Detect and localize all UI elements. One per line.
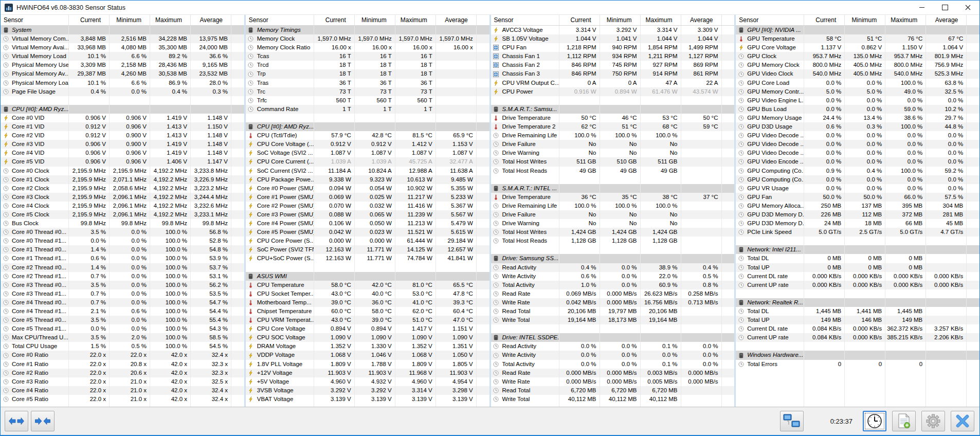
section-row[interactable]: Network: Realtek R... — [736, 298, 979, 307]
sensor-row[interactable]: Total Activity0.0 %0.0 %0.1 %0.0 % — [491, 360, 735, 369]
sensor-row[interactable]: SoC Voltage (SVI2 ...1.087 V1.087 V1.087… — [246, 149, 489, 157]
column-header-maximum[interactable]: Maximum — [150, 15, 190, 25]
column-header-sensor[interactable]: Sensor — [736, 16, 804, 24]
column-header-average[interactable]: Average — [435, 15, 476, 25]
sensor-row[interactable]: Total Host Reads49 GB49 GB49 GB — [491, 167, 735, 175]
sensor-row[interactable]: GPU Memory Clock800.0 MHz405.0 MHz800.0 … — [736, 61, 979, 69]
sensor-row[interactable]: GPU Core Load0.0 %0.0 %100.0 %63.8 % — [736, 79, 979, 87]
column-header-current[interactable]: Current — [559, 15, 600, 25]
column-header-minimum[interactable]: Minimum — [354, 15, 395, 25]
sensor-row[interactable]: +12V Voltage11.903 V11.903 V11.968 V11.9… — [246, 369, 489, 377]
sensor-row[interactable]: 1.8V PLL Voltage1.809 V1.788 V1.809 V1.8… — [246, 360, 489, 369]
sensor-row[interactable]: Drive WarningNoNoNo — [491, 219, 735, 228]
sensor-row[interactable]: Memory Clock Ratio16.00 x16.00 x16.00 x1… — [246, 43, 489, 52]
sensor-row[interactable]: Core #2 Ratio22.0 x20.6 x42.0 x32.3 x — [1, 369, 244, 377]
column-header-sensor[interactable]: Sensor — [1, 16, 68, 24]
sensor-row[interactable]: Virtual Memory Com...3,848 MB2,516 MB34,… — [1, 34, 244, 43]
sensor-row[interactable]: VDDP Voltage1.068 V1.046 V1.068 V1.050 V — [246, 351, 489, 359]
section-row[interactable]: Drive: INTEL SSDPE... — [491, 333, 735, 342]
sensor-row[interactable]: Read Activity0.4 %0.0 %38.9 %0.4 % — [491, 263, 735, 272]
column-header-average[interactable]: Average — [190, 15, 231, 25]
section-row[interactable]: S.M.A.R.T.: Samsu... — [491, 105, 735, 114]
column-header-current[interactable]: Current — [804, 15, 844, 25]
section-row[interactable]: Windows Hardware... — [736, 351, 979, 359]
sensor-row[interactable]: AVCC3 Voltage3.314 V3.292 V3.314 V3.309 … — [491, 26, 735, 34]
section-row[interactable]: Network: Intel I211... — [736, 245, 979, 254]
sensor-row[interactable]: Virtual Memory Avai...33,968 MB4,080 MB3… — [1, 43, 244, 52]
sensor-row[interactable]: Total DL0 MB0 MB0 MB — [736, 254, 979, 263]
sensor-row[interactable]: Current DL rate0.000 KB/s0.000 KB/s0.000… — [736, 272, 979, 281]
column-header-sensor[interactable]: Sensor — [491, 16, 559, 24]
sensor-row[interactable]: CPU Core Voltage0.894 V0.894 V1.417 V1.1… — [246, 324, 489, 333]
sensor-row[interactable]: Core #3 Clock2,195.9 MHz2,096.1 MHz4,192… — [1, 193, 244, 202]
sensor-row[interactable]: Core #1 Power (SMU)0.069 W0.025 W11.217 … — [246, 193, 489, 202]
sensor-row[interactable]: GPU Video Encode ...0.0 %0.0 %0.0 %0.0 % — [736, 157, 979, 166]
sensor-row[interactable]: SoC Current (SVI2 ...11.184 A10.824 A12.… — [246, 167, 489, 175]
sensor-row[interactable]: +5V Voltage4.960 V4.932 V4.960 V4.954 V — [246, 377, 489, 386]
sensor-row[interactable]: Core #2 Thread #0...1.4 %0.0 %100.0 %53.… — [1, 263, 244, 272]
column-header-minimum[interactable]: Minimum — [844, 15, 885, 25]
sensor-row[interactable]: Core #3 Thread #1...0.7 %0.0 %100.0 %53.… — [1, 289, 244, 298]
remote-sensor-button[interactable] — [780, 411, 804, 431]
sensor-row[interactable]: Memory Clock1,597.0 MHz1,597.0 MHz1,597.… — [246, 34, 489, 43]
sensor-row[interactable]: Chassis Fan 2846 RPM745 RPM927 RPM869 RP… — [491, 61, 735, 69]
sensor-row[interactable]: GPU Clock953.7 MHz135.0 MHz953.7 MHz801.… — [736, 52, 979, 61]
sensor-row[interactable]: GPU D3D Memory D...226 MB112 MB372 MB281… — [736, 210, 979, 219]
sensor-row[interactable]: CPU Fan1,218 RPM940 RPM1,854 RPM1,499 RP… — [491, 43, 735, 52]
create-report-button[interactable] — [892, 411, 916, 431]
column-header-average[interactable]: Average — [925, 15, 966, 25]
sensor-row[interactable]: Core #1 Clock2,195.9 MHz2,071.1 MHz4,192… — [1, 175, 244, 184]
column-header-sensor[interactable]: Sensor — [246, 16, 314, 24]
section-row[interactable]: GPU [#0]: NVIDIA ... — [736, 26, 979, 34]
section-row[interactable]: System — [1, 26, 244, 34]
sensor-row[interactable]: PCIe Link Speed5.0 GT/s2.5 GT/s5.0 GT/s4… — [736, 228, 979, 237]
sensor-row[interactable]: Core #4 Thread #1...2.1 %0.6 %100.0 %54.… — [1, 307, 244, 316]
section-row[interactable]: S.M.A.R.T.: INTEL ... — [491, 184, 735, 193]
sensor-row[interactable]: Max CPU/Thread U...3.5 %2.0 %100.0 %58.5… — [1, 333, 244, 342]
sensor-row[interactable]: GPU Computing (Co...0.0 %0.0 %0.0 %0.0 % — [736, 175, 979, 184]
sensor-row[interactable]: Write Rate0.000 MB/s0.000 MB/s0.005 MB/s… — [491, 377, 735, 386]
sensor-row[interactable]: GPU Memory Usage24.4 %13.4 %38.6 %29.7 % — [736, 114, 979, 122]
sensor-row[interactable]: CPU Package Powe...9.338 W9.323 W10.613 … — [246, 175, 489, 184]
sensor-row[interactable]: Core #1 Ratio22.0 x20.8 x42.0 x32.3 x — [1, 360, 244, 369]
sensor-row[interactable]: Core #2 Thread #1...0.7 %0.0 %100.0 %53.… — [1, 272, 244, 281]
sensor-row[interactable]: Write Rate0.042 MB/s0.000 MB/s16.756 MB/… — [491, 298, 735, 307]
sensor-row[interactable]: Total Errors000 — [736, 360, 979, 369]
sensor-row[interactable]: Core #1 Thread #0...1.4 %0.0 %100.0 %54.… — [1, 245, 244, 254]
column-header-minimum[interactable]: Minimum — [600, 15, 640, 25]
sensor-row[interactable]: GPU Fan50.0 %50.0 %66.0 %57.5 % — [736, 193, 979, 202]
column-header-minimum[interactable]: Minimum — [109, 15, 150, 25]
sensor-row[interactable]: Drive Temperature 262 °C51 °C68 °C59 °C — [491, 122, 735, 131]
sensor-row[interactable]: Read Total20,106 MB19,797 MB20,106 MB — [491, 307, 735, 316]
sensor-row[interactable]: Drive Remaining Life100.0 %100.0 %100.0 … — [491, 131, 735, 140]
sensor-row[interactable]: CPU Socket Temper...43.0 °C40.0 °C53.0 °… — [246, 289, 489, 298]
sensor-row[interactable]: Core #5 Power (SMU)0.042 W0.023 W11.521 … — [246, 228, 489, 237]
sensor-row[interactable]: GPU VR Usage0.0 %0.0 %0.0 %0.0 % — [736, 184, 979, 193]
sensor-row[interactable]: GPU Memory Alloca...250 MB137 MB395 MB30… — [736, 202, 979, 210]
sensor-row[interactable]: Core #2 Clock2,195.9 MHz2,058.6 MHz4,192… — [1, 184, 244, 193]
sensor-row[interactable]: Trc73 T73 T73 T — [246, 87, 489, 96]
sensor-row[interactable]: Drive Remaining Life100.0 %100.0 %100.0 … — [491, 202, 735, 210]
sensor-row[interactable]: Core #0 Clock2,195.9 MHz2,195.9 MHz4,192… — [1, 167, 244, 175]
sensor-row[interactable]: Write Activity0.0 %0.0 %0.0 %0.0 % — [491, 351, 735, 359]
sensor-row[interactable]: Total CPU Usage1.5 %0.5 %100.0 %54.5 % — [1, 342, 244, 351]
minimize-button[interactable] — [910, 1, 933, 14]
sensor-row[interactable]: Core #0 Power (SMU)0.094 W0.054 W10.902 … — [246, 184, 489, 193]
sensor-row[interactable]: Core #3 VID0.906 V0.900 V1.419 V1.148 V — [1, 140, 244, 149]
close-sensors-button[interactable] — [951, 411, 974, 431]
sensor-row[interactable]: CPU VRM Output C...0 A0 A47 A22 A — [491, 79, 735, 87]
sensor-row[interactable]: GPU D3D Usage0.6 %0.3 %100.0 %44.8 % — [736, 122, 979, 131]
sensor-row[interactable]: GPU D3D Memory D...24 MB18 MB66 MB45 MB — [736, 219, 979, 228]
sensor-row[interactable]: Drive FailureNoNoNo — [491, 140, 735, 149]
sensor-row[interactable]: Physical Memory Used3,309 MB2,158 MB28,4… — [1, 61, 244, 69]
sensor-row[interactable]: Write Total19,164 MB18,173 MB19,164 MB — [491, 316, 735, 324]
sensor-row[interactable]: GPU Video Engine L...0.0 %0.0 %0.0 %0.0 … — [736, 96, 979, 105]
sensor-row[interactable]: Virtual Memory Load10.1 %6.6 %89.2 %36.6… — [1, 52, 244, 61]
sensor-row[interactable]: GPU Video Decode ...0.0 %0.0 %0.0 %0.0 % — [736, 131, 979, 140]
sensor-row[interactable]: Physical Memory Load10.1 %6.6 %86.9 %28.… — [1, 79, 244, 87]
sensor-row[interactable]: Trcd18 T18 T18 T — [246, 61, 489, 69]
sensor-row[interactable]: CPU Power0.916 W0.894 W61.476 W43.574 W — [491, 87, 735, 96]
sensor-row[interactable]: Write Activity0.6 %0.0 %22.0 %0.5 % — [491, 272, 735, 281]
expand-columns-button[interactable] — [5, 411, 28, 431]
reset-clock-button[interactable] — [863, 411, 886, 431]
